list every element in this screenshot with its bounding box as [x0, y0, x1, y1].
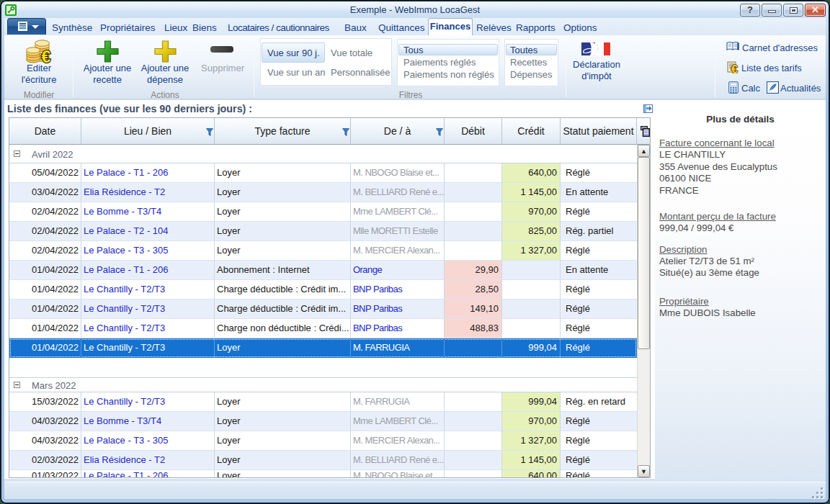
svg-text:€: € — [731, 63, 738, 74]
svg-text:€: € — [42, 48, 51, 64]
